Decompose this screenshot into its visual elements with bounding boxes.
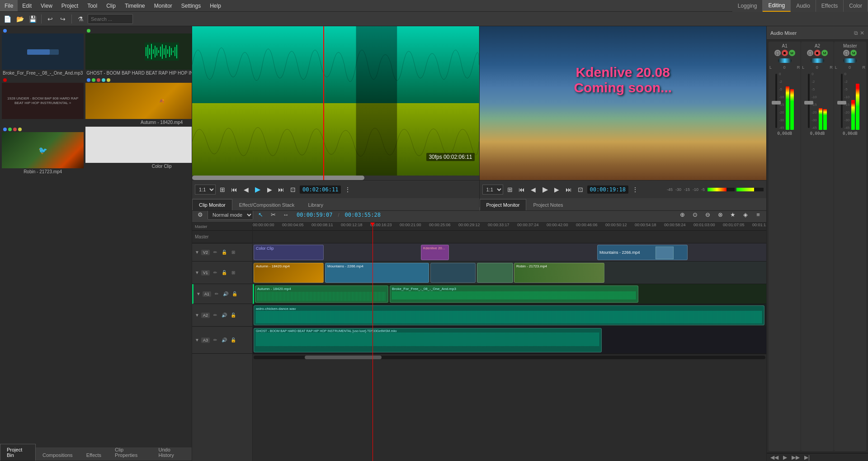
ch-master-headphone[interactable]: 🎧 xyxy=(843,50,849,56)
clip-item-colorclip[interactable]: Color Clip xyxy=(85,127,192,174)
clip-mnt2-v1[interactable] xyxy=(477,263,513,283)
tl-select-btn[interactable]: ↖ xyxy=(255,209,266,220)
clip-item-broke[interactable]: Broke_For_Free_-_08_-_One_And.mp3 xyxy=(2,28,84,76)
clip-robin-v1[interactable]: Robin - 21723.mp4 xyxy=(514,263,604,283)
clip-more-btn[interactable]: ⋮ xyxy=(343,185,353,195)
menu-timeline[interactable]: Timeline xyxy=(120,0,150,11)
ch-master-mute[interactable]: M xyxy=(850,50,857,56)
clip-autumn-a1[interactable]: Autumn - 18420.mp4 xyxy=(255,285,388,303)
tl-menu-btn[interactable]: ≡ xyxy=(753,209,764,220)
clip-ghost-a3[interactable]: GHOST - BOOM BAP HARD BEAT RAP HIP HOP I… xyxy=(254,328,602,352)
v2-lock-btn[interactable]: 🔓 xyxy=(221,249,228,256)
menu-clip[interactable]: Clip xyxy=(102,0,120,11)
ch-a2-headphone[interactable]: 🎧 xyxy=(807,50,813,56)
tab-project-notes[interactable]: Project Notes xyxy=(526,199,570,210)
v2-edit-btn[interactable]: ✏ xyxy=(212,249,219,256)
ch-a2-fader-handle[interactable] xyxy=(804,101,813,105)
menu-view[interactable]: View xyxy=(36,0,57,11)
ws-tab-effects[interactable]: Effects xyxy=(816,0,844,12)
ws-tab-audio[interactable]: Audio xyxy=(791,0,816,12)
tab-effect-stack[interactable]: Effect/Composition Stack xyxy=(232,199,302,210)
tl-overwrite-btn[interactable]: ⊙ xyxy=(689,209,700,220)
open-btn[interactable]: 📂 xyxy=(14,14,25,24)
clip-item-ghost[interactable]: GHOST - BOOM BAP HARD BEAT RAP HIP HOP I… xyxy=(85,28,192,76)
h-scroll-track[interactable] xyxy=(254,356,765,359)
ch-a1-mute[interactable]: M xyxy=(789,50,795,56)
proj-prev-btn[interactable]: ⏮ xyxy=(517,185,527,195)
proj-fullscreen-btn[interactable]: ⊡ xyxy=(576,185,585,195)
a3-lock-btn[interactable]: 🔓 xyxy=(230,337,237,344)
proj-more-btn[interactable]: ⋮ xyxy=(630,185,640,195)
tab-undo-history[interactable]: Undo History xyxy=(151,444,192,461)
search-input[interactable] xyxy=(88,14,133,24)
proj-play-btn[interactable]: ▶ xyxy=(540,185,550,195)
filter-btn[interactable]: ⚗ xyxy=(75,14,86,24)
ch-a1-record[interactable]: ⏺ xyxy=(782,50,788,56)
clip-astro-a2[interactable]: astro-chicken-dance.wav xyxy=(254,305,764,325)
v2-expand[interactable]: ▼ xyxy=(195,250,199,255)
tab-compositions[interactable]: Compositions xyxy=(36,449,80,461)
a1-mute-btn[interactable]: 🔊 xyxy=(222,290,229,298)
nav-prev-btn[interactable]: ◀◀ xyxy=(770,454,778,461)
h-scrollbar[interactable] xyxy=(253,354,766,360)
h-scroll-thumb[interactable] xyxy=(305,356,382,359)
a3-mute-btn[interactable]: 🔊 xyxy=(221,337,228,344)
menu-edit[interactable]: Edit xyxy=(18,0,36,11)
tab-project-monitor[interactable]: Project Monitor xyxy=(480,199,527,210)
mixer-float-btn[interactable]: ⧉ xyxy=(854,30,858,36)
proj-next-btn[interactable]: ⏭ xyxy=(564,185,574,195)
tl-split-btn[interactable]: ⚙ xyxy=(195,209,206,220)
menu-settings[interactable]: Settings xyxy=(177,0,205,11)
mixer-close-btn[interactable]: ✕ xyxy=(860,30,864,36)
new-project-btn[interactable]: 📄 xyxy=(2,14,13,24)
a1-edit-btn[interactable]: ✏ xyxy=(213,290,220,298)
menu-tool[interactable]: Tool xyxy=(83,0,102,11)
ch-master-pan[interactable] xyxy=(843,58,857,63)
v1-edit-btn[interactable]: ✏ xyxy=(212,269,219,276)
tl-spacer-btn[interactable]: ↔ xyxy=(280,209,291,220)
ws-tab-color[interactable]: Color xyxy=(844,0,868,12)
menu-file[interactable]: File xyxy=(0,0,18,11)
tl-composite-btn[interactable]: ◈ xyxy=(740,209,751,220)
clip-autumn-v1[interactable]: Autumn - 18420.mp4 xyxy=(254,263,324,283)
menu-monitor[interactable]: Monitor xyxy=(150,0,177,11)
nav-end-btn[interactable]: ▶| xyxy=(804,454,810,461)
proj-back-btn[interactable]: ◀ xyxy=(528,185,538,195)
clip-item-autumn[interactable]: 🍂 Autumn - 18420.mp4 xyxy=(85,77,192,125)
clip-item-1928[interactable]: 1928 UNDER - BOOM BAP 808 HARD RAP BEAT … xyxy=(2,77,84,125)
clip-extract-btn[interactable]: ⊡ xyxy=(288,185,298,195)
tl-star-btn[interactable]: ★ xyxy=(727,209,738,220)
ch-a2-pan[interactable] xyxy=(811,58,824,63)
proj-fwd-btn[interactable]: ▶ xyxy=(552,185,562,195)
tab-project-bin[interactable]: Project Bin xyxy=(0,444,36,461)
clip-mountains-v2[interactable]: Mountains - 2266.mp4 xyxy=(597,245,688,260)
clip-prev-frame[interactable]: ⏮ xyxy=(229,185,239,195)
ch-a1-fader-handle[interactable] xyxy=(772,101,781,105)
clip-play-btn[interactable]: ▶ xyxy=(253,185,263,195)
a2-lock-btn[interactable]: 🔓 xyxy=(230,312,237,319)
v1-split-btn[interactable]: ⊞ xyxy=(230,269,237,276)
clip-back-frame[interactable]: ◀ xyxy=(241,185,251,195)
undo-btn[interactable]: ↩ xyxy=(45,14,56,24)
ch-a1-headphone[interactable]: 🎧 xyxy=(774,50,781,56)
v2-split-btn[interactable]: ⊞ xyxy=(230,249,237,256)
tl-razor-btn[interactable]: ✂ xyxy=(268,209,278,220)
a2-expand[interactable]: ▼ xyxy=(195,313,199,318)
tab-effects-left[interactable]: Effects xyxy=(80,449,108,461)
proj-fit-btn[interactable]: ⊞ xyxy=(505,185,515,195)
nav-play-btn[interactable]: ▶ xyxy=(783,454,787,461)
save-btn[interactable]: 💾 xyxy=(27,14,38,24)
clip-fit-btn[interactable]: ⊞ xyxy=(217,185,227,195)
a1-lock-btn[interactable]: 🔓 xyxy=(231,290,238,298)
v1-lock-btn[interactable]: 🔓 xyxy=(221,269,228,276)
clip-fwd-frame[interactable]: ▶ xyxy=(264,185,274,195)
ws-tab-editing[interactable]: Editing xyxy=(763,0,791,12)
clip-zoom-select[interactable]: 1:1 xyxy=(195,185,216,195)
ch-a1-fader[interactable] xyxy=(775,74,777,128)
tl-insert-btn[interactable]: ⊕ xyxy=(677,209,688,220)
a3-expand[interactable]: ▼ xyxy=(195,337,199,342)
tl-extract-btn[interactable]: ⊗ xyxy=(715,209,726,220)
clip-colorclip-v2[interactable]: Color Clip xyxy=(254,245,324,260)
a2-mute-btn[interactable]: 🔊 xyxy=(221,312,228,319)
ch-a2-fader[interactable] xyxy=(808,74,810,128)
